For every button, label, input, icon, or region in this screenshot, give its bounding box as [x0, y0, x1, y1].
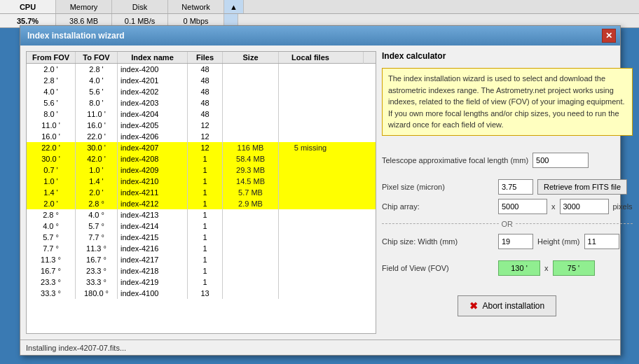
- status-bar: Installing index-4207-07.fits...: [20, 340, 620, 355]
- chip-array-h-input[interactable]: [560, 199, 609, 214]
- dialog-title: Index installation wizard: [27, 31, 125, 41]
- table-row[interactable]: 33.3 °180.0 °index-410013: [27, 288, 376, 299]
- col-files: Files: [188, 52, 223, 63]
- cpu-label: CPU: [0, 0, 56, 13]
- table-row[interactable]: 5.6 '8.0 'index-420348: [27, 97, 376, 108]
- abort-x-icon: ✖: [469, 300, 478, 312]
- table-row[interactable]: 4.0 °5.7 °index-42141: [27, 220, 376, 232]
- fov-x: x: [544, 264, 549, 272]
- dialog-body: From FOV To FOV Index name Files Size Lo…: [20, 46, 620, 340]
- network-label: Network: [168, 0, 224, 13]
- chip-height-label: Height (mm): [537, 237, 580, 246]
- pixel-size-label: Pixel size (micron): [382, 183, 494, 191]
- table-row[interactable]: 22.0 '30.0 'index-420712116 MB5 missing: [27, 142, 376, 153]
- right-panel-title: Index calculator: [382, 51, 633, 61]
- pixel-size-input[interactable]: [498, 179, 533, 195]
- chip-size-row: Chip size: Width (mm) Height (mm): [382, 234, 633, 249]
- chip-size-label: Chip size: Width (mm): [382, 237, 494, 246]
- disk-label: Disk: [112, 0, 168, 13]
- chip-size-h-input[interactable]: [584, 234, 619, 249]
- divider-left: [382, 223, 499, 224]
- form-section: Telescope approximative focal length (mm…: [382, 153, 633, 276]
- table-row[interactable]: 7.7 °11.3 °index-42161: [27, 243, 376, 254]
- pixel-size-row: Pixel size (micron) Retrieve from FITS f…: [382, 179, 633, 195]
- dialog-close-button[interactable]: ✕: [602, 29, 616, 43]
- right-panel: Index calculator The index installation …: [382, 51, 633, 334]
- chip-array-label: Chip array:: [382, 202, 494, 211]
- focal-length-row: Telescope approximative focal length (mm…: [382, 153, 633, 168]
- table-row[interactable]: 30.0 '42.0 'index-4208158.4 MB: [27, 153, 376, 164]
- chip-array-w-input[interactable]: [498, 199, 547, 214]
- focal-length-input[interactable]: [532, 153, 589, 168]
- table-row[interactable]: 16.7 °23.3 °index-42181: [27, 265, 376, 276]
- dialog-titlebar: Index installation wizard ✕: [20, 26, 620, 46]
- index-table-panel: From FOV To FOV Index name Files Size Lo…: [26, 51, 376, 334]
- table-row[interactable]: 0.7 '1.0 'index-4209129.3 MB: [27, 164, 376, 176]
- table-row[interactable]: 1.4 '2.0 'index-421115.7 MB: [27, 187, 376, 198]
- index-installation-dialog: Index installation wizard ✕ From FOV To …: [20, 25, 621, 356]
- table-body[interactable]: 2.0 '2.8 'index-4200482.8 '4.0 'index-42…: [27, 64, 376, 333]
- fov-row: Field of View (FOV) x: [382, 260, 633, 276]
- arrow-icon: ▲: [224, 0, 244, 13]
- col-from-fov: From FOV: [27, 52, 76, 63]
- status-text: Installing index-4207-07.fits...: [26, 344, 126, 352]
- retrieve-fits-button[interactable]: Retrieve from FITS file: [537, 179, 627, 195]
- divider-right: [516, 223, 633, 224]
- fov-h-input[interactable]: [553, 260, 595, 276]
- table-row[interactable]: 2.0 '2.8 °index-421212.9 MB: [27, 198, 376, 209]
- table-row[interactable]: 11.0 '16.0 'index-420512: [27, 120, 376, 131]
- chip-array-x: x: [551, 202, 556, 211]
- table-row[interactable]: 11.3 °16.7 °index-42171: [27, 254, 376, 265]
- abort-installation-button[interactable]: ✖ Abort installation: [458, 295, 556, 316]
- table-row[interactable]: 1.0 '1.4 'index-4210114.5 MB: [27, 176, 376, 187]
- table-row[interactable]: 16.0 '22.0 'index-420612: [27, 131, 376, 142]
- table-row[interactable]: 23.3 °33.3 °index-42191: [27, 276, 376, 288]
- col-size: Size: [223, 52, 279, 63]
- table-row[interactable]: 8.0 '11.0 'index-420448: [27, 108, 376, 120]
- col-index-name: Index name: [118, 52, 188, 63]
- table-header: From FOV To FOV Index name Files Size Lo…: [27, 52, 363, 64]
- or-label: OR: [502, 220, 514, 228]
- fov-label: Field of View (FOV): [382, 264, 494, 272]
- info-box: The index installation wizard is used to…: [382, 68, 633, 136]
- table-row[interactable]: 5.7 °7.7 °index-42151: [27, 232, 376, 243]
- or-divider: OR: [382, 220, 633, 228]
- table-row[interactable]: 2.8 '4.0 'index-420148: [27, 75, 376, 86]
- pixels-label: pixels: [613, 202, 633, 211]
- col-local-files: Local files: [279, 52, 342, 63]
- table-row[interactable]: 2.8 °4.0 °index-42131: [27, 209, 376, 220]
- memory-label: Memory: [56, 0, 112, 13]
- chip-size-w-input[interactable]: [498, 234, 533, 249]
- fov-w-input[interactable]: [498, 260, 540, 276]
- table-row[interactable]: 2.0 '2.8 'index-420048: [27, 64, 376, 75]
- col-to-fov: To FOV: [76, 52, 118, 63]
- focal-length-label: Telescope approximative focal length (mm…: [382, 156, 528, 164]
- abort-label: Abort installation: [482, 301, 544, 311]
- table-row[interactable]: 4.0 '5.6 'index-420248: [27, 86, 376, 97]
- chip-array-row: Chip array: x pixels: [382, 199, 633, 214]
- taskbar: CPU Memory Disk Network ▲: [0, 0, 639, 14]
